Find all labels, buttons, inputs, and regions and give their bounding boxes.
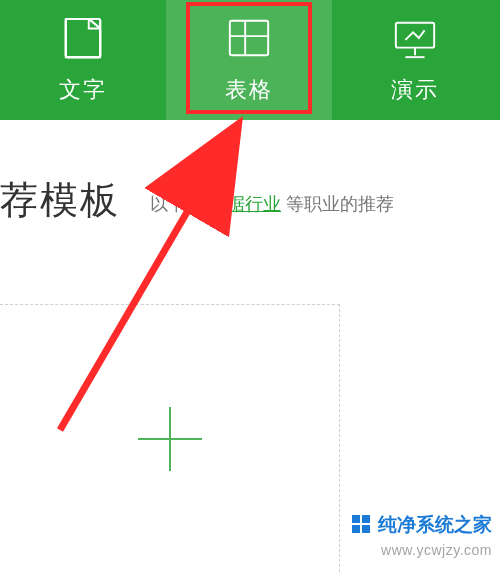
doc-icon xyxy=(60,15,106,65)
screen-icon xyxy=(392,15,438,65)
subtitle-suffix: 等职业的推荐 xyxy=(281,194,394,214)
tab-writer[interactable]: 文字 xyxy=(0,0,166,120)
new-blank-card[interactable] xyxy=(0,304,340,572)
top-tabbar: 文字 表格 演示 xyxy=(0,0,500,120)
watermark-brand: 纯净系统之家 xyxy=(352,512,492,538)
tab-sheet-label: 表格 xyxy=(225,75,273,105)
tab-sheet[interactable]: 表格 xyxy=(166,0,332,120)
svg-rect-2 xyxy=(230,21,268,56)
watermark-url: www.ycwjzy.com xyxy=(381,542,492,558)
tab-presenter-label: 演示 xyxy=(391,75,439,105)
page-title: 荐模板 xyxy=(0,175,120,226)
tab-writer-label: 文字 xyxy=(59,75,107,105)
subtitle-prefix: 以下是 xyxy=(150,194,209,214)
subtitle: 以下是 根据行业 等职业的推荐 xyxy=(150,192,394,216)
brand-logo-icon xyxy=(352,515,372,535)
plus-icon xyxy=(138,407,202,471)
industry-link[interactable]: 根据行业 xyxy=(209,194,281,214)
tab-presenter[interactable]: 演示 xyxy=(332,0,498,120)
grid-icon xyxy=(226,15,272,65)
